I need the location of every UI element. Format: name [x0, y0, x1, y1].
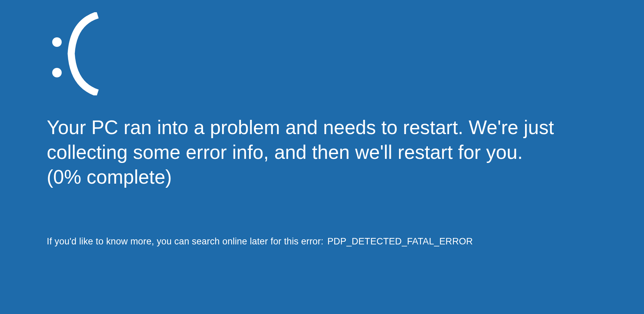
sad-face-icon — [47, 12, 624, 95]
error-code: PDP_DETECTED_FATAL_ERROR — [327, 236, 473, 246]
svg-point-0 — [52, 37, 62, 47]
svg-point-1 — [52, 68, 62, 77]
error-footer: If you'd like to know more, you can sear… — [47, 236, 624, 247]
search-hint-text: If you'd like to know more, you can sear… — [47, 236, 323, 246]
error-message: Your PC ran into a problem and needs to … — [47, 115, 555, 189]
bsod-screen: Your PC ran into a problem and needs to … — [0, 0, 644, 247]
